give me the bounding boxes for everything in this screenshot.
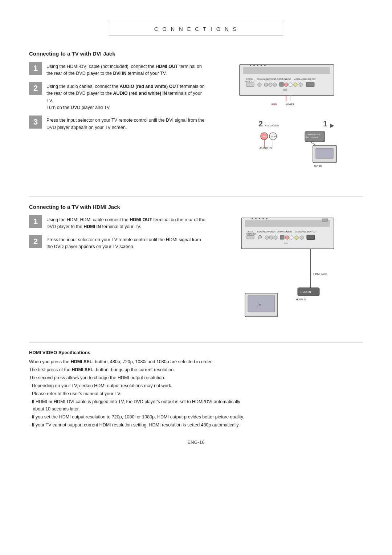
svg-point-76 (300, 236, 303, 239)
svg-text:S-VIDEO: S-VIDEO (301, 231, 308, 233)
svg-point-13 (264, 83, 268, 86)
dvi-section: Connecting to a TV with DVI Jack 1 Using… (29, 50, 363, 197)
hdmi-specs-text: When you press the HDMI SEL. button, 480… (29, 358, 363, 429)
svg-point-57 (266, 218, 268, 219)
hdmi-step-1: 1 Using the HDMI-HDMI cable connect the … (29, 215, 207, 231)
svg-rect-63 (258, 235, 262, 239)
svg-text:2: 2 (258, 119, 263, 128)
svg-text:AUDIO OUT: AUDIO OUT (245, 80, 256, 82)
hdmi-specs-title: HDMI VIDEO Specifications (29, 350, 363, 355)
svg-text:HDMI OUT: HDMI OUT (307, 78, 316, 80)
svg-text:COMPONENT OUT: COMPONENT OUT (265, 231, 281, 233)
page-title: C O N N E C T I O N S (154, 26, 238, 32)
hdmi-spec-bullet4: - If you set the HDMI output resolution … (29, 413, 363, 421)
svg-rect-69 (280, 235, 284, 239)
hdmi-step-2-text: Press the input selector on your TV remo… (46, 235, 207, 251)
svg-rect-58 (322, 219, 328, 222)
dvi-step-2-number: 2 (29, 82, 42, 95)
hdmi-spec-bullet2: - Please refer to the user's manual of y… (29, 390, 363, 397)
svg-text:AUDIO: AUDIO (286, 231, 292, 233)
svg-point-72 (290, 236, 293, 239)
svg-text:AUDIO OUT: AUDIO OUT (246, 233, 256, 235)
svg-text:▶: ▶ (330, 122, 334, 128)
page-title-box: C O N N E C T I O N S (109, 22, 283, 36)
svg-point-22 (294, 83, 297, 86)
svg-point-71 (285, 236, 289, 239)
svg-rect-61 (247, 235, 254, 239)
hdmi-step-1-text: Using the HDMI-HDMI cable connect the HD… (46, 215, 207, 231)
svg-text:S-VIDEO: S-VIDEO (299, 78, 307, 80)
svg-text:AUDIO IN: AUDIO IN (260, 146, 271, 150)
svg-rect-83 (248, 296, 275, 312)
dvi-step-3-text: Press the input selector on your TV remo… (46, 116, 207, 131)
dvi-step-1: 1 Using the HDMI-DVI cable (not included… (29, 62, 207, 77)
svg-line-50 (310, 142, 316, 145)
svg-text:VIDEO: VIDEO (295, 231, 301, 233)
svg-point-4 (257, 65, 258, 66)
svg-rect-17 (279, 82, 283, 86)
svg-rect-1 (243, 67, 330, 74)
svg-point-14 (269, 83, 272, 86)
svg-rect-26 (306, 82, 314, 87)
svg-text:HDMI IN: HDMI IN (301, 290, 311, 293)
hdmi-spec-p1: When you press the HDMI SEL. button, 480… (29, 358, 363, 365)
svg-text:Audio Cable: Audio Cable (265, 124, 279, 127)
svg-point-20 (289, 83, 292, 86)
svg-text:1: 1 (323, 119, 327, 128)
hdmi-spec-bullet3: - If HDMI or HDMI-DVI cable is plugged i… (29, 398, 363, 413)
hdmi-spec-bullet1: - Depending on your TV, certain HDMI out… (29, 382, 363, 389)
dvi-step-2-text: Using the audio cables, connect the AUDI… (46, 82, 207, 112)
svg-text:OUT: OUT (284, 242, 288, 244)
svg-point-55 (259, 218, 260, 219)
dvi-steps-col: 1 Using the HDMI-DVI cable (not included… (29, 62, 207, 185)
dvi-step-3-number: 3 (29, 116, 42, 129)
svg-text:COAXIAL: COAXIAL (257, 231, 265, 233)
svg-point-74 (295, 236, 298, 239)
svg-point-6 (264, 65, 266, 66)
hdmi-diagram: DIGITAL AUDIO OUT COAXIAL COMPONENT OUT … (218, 215, 363, 331)
svg-rect-52 (245, 220, 330, 227)
svg-text:DVI IN: DVI IN (314, 165, 322, 168)
hdmi-step-2: 2 Press the input selector on your TV re… (29, 235, 207, 251)
svg-text:HDMI-DVI cable: HDMI-DVI cable (306, 133, 320, 135)
svg-point-19 (284, 83, 288, 86)
dvi-diagram: DIGITAL AUDIO OUT COAXIAL COMPONENT OUT … (218, 62, 363, 185)
svg-point-65 (265, 236, 269, 239)
svg-rect-11 (258, 83, 261, 86)
hdmi-section: Connecting to a TV with HDMI Jack 1 Usin… (29, 204, 363, 343)
hdmi-steps-col: 1 Using the HDMI-HDMI cable connect the … (29, 215, 207, 331)
svg-text:COAXIAL: COAXIAL (257, 78, 265, 80)
svg-text:AUDIO: AUDIO (285, 78, 291, 80)
svg-rect-45 (316, 148, 333, 158)
dvi-step-1-text: Using the HDMI-DVI cable (not included),… (46, 62, 207, 77)
svg-text:RED: RED (271, 103, 277, 106)
svg-point-54 (255, 218, 257, 219)
svg-text:OUT: OUT (283, 89, 287, 91)
hdmi-step-2-number: 2 (29, 235, 42, 248)
svg-rect-78 (307, 235, 315, 240)
dvi-step-3: 3 Press the input selector on your TV re… (29, 116, 207, 131)
svg-text:WHITE: WHITE (286, 103, 294, 106)
svg-point-3 (253, 65, 255, 66)
svg-point-2 (250, 65, 251, 66)
page-number: ENG-16 (29, 439, 363, 445)
svg-text:HDMI cable: HDMI cable (313, 272, 327, 276)
hdmi-specs-section: HDMI VIDEO Specifications When you press… (29, 350, 363, 429)
svg-text:TV: TV (257, 303, 261, 307)
svg-point-53 (252, 218, 253, 219)
dvi-step-2: 2 Using the audio cables, connect the AU… (29, 82, 207, 112)
svg-text:HDMI IN: HDMI IN (296, 298, 306, 301)
hdmi-section-title: Connecting to a TV with HDMI Jack (29, 204, 363, 210)
svg-point-5 (261, 65, 262, 66)
hdmi-connection-diagram: DIGITAL AUDIO OUT COAXIAL COMPONENT OUT … (234, 215, 347, 331)
svg-point-24 (299, 83, 302, 86)
svg-text:(Not Included): (Not Included) (306, 136, 318, 138)
hdmi-spec-p3: The second press allows you to change th… (29, 374, 363, 381)
svg-point-56 (262, 218, 264, 219)
svg-text:RED: RED (263, 135, 268, 138)
svg-point-66 (269, 236, 273, 239)
hdmi-spec-bullet5: - If your TV cannot support current HDMI… (29, 421, 363, 429)
svg-text:HDMI OUT: HDMI OUT (307, 231, 317, 233)
svg-point-15 (273, 83, 277, 86)
dvi-connection-diagram: DIGITAL AUDIO OUT COAXIAL COMPONENT OUT … (232, 62, 348, 185)
